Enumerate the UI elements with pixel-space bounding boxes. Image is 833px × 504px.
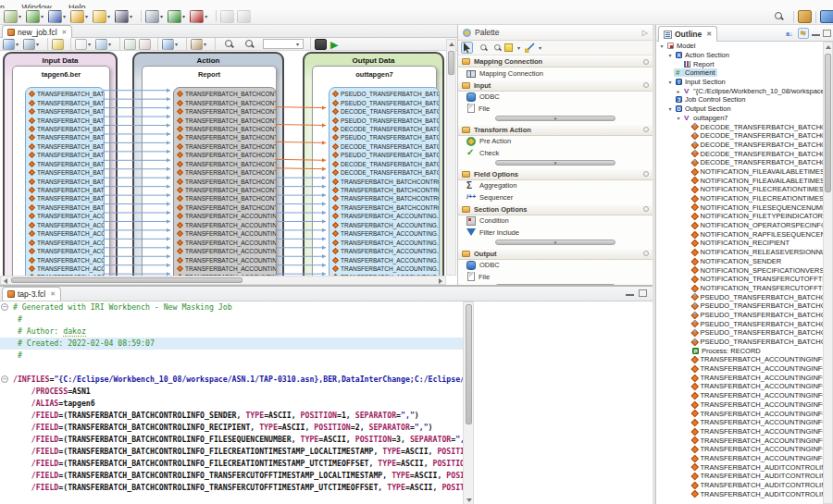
palette-item-file[interactable]: File bbox=[458, 271, 653, 283]
dropdown-caret-icon[interactable]: ▾ bbox=[85, 13, 88, 19]
tree-item[interactable]: TRANSFERBATCH_AUDITCONTROLINFO_L bbox=[656, 489, 824, 498]
tree-item[interactable]: NOTIFICATION_RELEASEVERSIONNUMBE bbox=[656, 248, 824, 257]
field-row[interactable]: TRANSFERBATCH_BATCHCONTRO... bbox=[26, 142, 104, 151]
dropdown-caret-icon[interactable]: ▾ bbox=[175, 41, 178, 47]
tree-item[interactable]: TRANSFERBATCH_ACCOUNTINGINFO_TA bbox=[656, 436, 824, 445]
dropdown-caret-icon[interactable]: ▾ bbox=[517, 44, 520, 51]
new-table-icon[interactable] bbox=[26, 10, 40, 23]
tree-item[interactable]: Report bbox=[656, 59, 824, 68]
field-row[interactable]: TRANSFERBATCH_BATCHCONTRO... bbox=[174, 142, 276, 151]
chevron-down-icon[interactable]: ▾ bbox=[666, 79, 674, 85]
scroll-down-icon[interactable] bbox=[466, 498, 472, 502]
tree-item[interactable]: NOTIFICATION_SPECIFICATIONVERSIONN bbox=[656, 265, 824, 275]
chevron-down-icon[interactable]: ▾ bbox=[675, 115, 682, 121]
field-row[interactable]: PSEUDO_TRANSFERBATCH_BATCH... bbox=[329, 116, 439, 124]
maximize-icon[interactable] bbox=[823, 30, 831, 37]
drawer-scroll-indicator[interactable]: ▾ bbox=[458, 116, 653, 122]
field-row[interactable]: TRANSFERBATCH_ACCOUNTING... bbox=[329, 247, 439, 255]
tree-item[interactable]: NOTIFICATION_RAPFILESEQUENCENUMB bbox=[656, 229, 824, 239]
code-line[interactable]: /FIELD=(TRANSFERBATCH_BATCHCONTROLINFO_S… bbox=[0, 410, 463, 422]
field-row[interactable]: TRANSFERBATCH_ACCOUNTING... bbox=[26, 247, 104, 255]
tree-item[interactable]: DECODE_TRANSFERBATCH_BATCHCONTR bbox=[656, 122, 824, 131]
open-view-icon[interactable] bbox=[798, 10, 812, 23]
code-line[interactable]: /FIELD=(TRANSFERBATCH_BATCHCONTROLINFO_T… bbox=[0, 470, 463, 482]
tree-item[interactable]: PSEUDO_TRANSFERBATCH_BATCHCONTR bbox=[656, 338, 824, 347]
scroll-thumb[interactable] bbox=[11, 277, 242, 283]
field-row[interactable]: TRANSFERBATCH_ACCOUNTING... bbox=[174, 229, 276, 238]
palette-category-mapping-connection[interactable]: Mapping Connection bbox=[458, 55, 653, 68]
tree-item[interactable]: ▾IInput Section bbox=[656, 78, 824, 87]
tree-item[interactable]: ▸V"{C:/Eclipse/Workbench_10_08/workspace… bbox=[656, 86, 824, 95]
palette-expand-icon[interactable]: ▷ bbox=[642, 29, 648, 37]
dropdown-caret-icon[interactable]: ▾ bbox=[539, 44, 541, 51]
canvas-vscrollbar[interactable] bbox=[446, 39, 456, 276]
field-row[interactable]: TRANSFERBATCH_ACCOUNTING... bbox=[329, 229, 439, 238]
drawer-pin-icon[interactable] bbox=[643, 127, 649, 132]
field-row[interactable]: TRANSFERBATCH_BATCHCONTRO... bbox=[174, 98, 276, 106]
export-image-button[interactable] bbox=[315, 39, 327, 50]
field-row[interactable]: TRANSFERBATCH_BATCHCONTRO... bbox=[329, 194, 439, 203]
field-row[interactable]: TRANSFERBATCH_BATCHCONTRO... bbox=[26, 194, 104, 203]
zoom-out-icon[interactable] bbox=[245, 40, 255, 49]
sort-icon[interactable]: a↓ bbox=[784, 28, 795, 39]
field-row[interactable]: PSEUDO_TRANSFERBATCH_BATCH... bbox=[329, 90, 439, 98]
field-row[interactable]: TRANSFERBATCH_ACCOUNTING... bbox=[26, 229, 104, 238]
dropdown-caret-icon[interactable]: ▾ bbox=[19, 13, 21, 19]
outline-vscrollbar[interactable] bbox=[823, 42, 833, 504]
tree-item[interactable]: PSEUDO_TRANSFERBATCH_BATCHCONTR bbox=[656, 292, 824, 301]
connection-draw-tool-icon[interactable] bbox=[524, 42, 536, 54]
perspective-icon[interactable] bbox=[820, 10, 833, 23]
tree-item[interactable]: NOTIFICATION_TRANSFERCUTOFFTIMEST bbox=[656, 275, 824, 284]
link-fields-icon[interactable] bbox=[52, 39, 64, 50]
close-view-icon[interactable]: ✕ bbox=[706, 31, 712, 38]
code-line[interactable]: # bbox=[0, 313, 463, 326]
dropdown-caret-icon[interactable]: ▾ bbox=[130, 13, 132, 19]
scroll-up-icon[interactable] bbox=[826, 45, 831, 49]
field-row[interactable]: TRANSFERBATCH_ACCOUNTING... bbox=[329, 255, 439, 264]
field-row[interactable]: TRANSFERBATCH_BATCHCONTRO... bbox=[26, 168, 104, 177]
tree-item[interactable]: DECODE_TRANSFERBATCH_BATCHCONTR bbox=[656, 131, 824, 141]
field-row[interactable]: TRANSFERBATCH_BATCHCONTRO... bbox=[174, 116, 276, 124]
run-job-button[interactable]: ▶ bbox=[330, 40, 338, 49]
tree-item[interactable]: TRANSFERBATCH_AUDITCONTROLINFO_C bbox=[656, 462, 824, 472]
tree-item[interactable]: ▾Model bbox=[656, 42, 824, 51]
dropdown-caret-icon[interactable]: ▾ bbox=[205, 13, 207, 19]
field-row[interactable]: PSEUDO_TRANSFERBATCH_BATCH... bbox=[329, 151, 439, 159]
tab-tap-3-fcl[interactable]: tap-3.fcl ✕ bbox=[2, 287, 61, 301]
palette-item-sequencer[interactable]: i++Sequencer bbox=[458, 191, 653, 203]
drawer-pin-icon[interactable] bbox=[643, 82, 649, 88]
field-row[interactable]: TRANSFERBATCH_BATCHCONTRO... bbox=[26, 151, 104, 159]
tree-item[interactable]: TRANSFERBATCH_ACCOUNTINGINFO_DIS bbox=[656, 391, 824, 400]
code-line[interactable] bbox=[0, 362, 463, 374]
field-row[interactable]: TRANSFERBATCH_ACCOUNTING... bbox=[329, 212, 439, 220]
dataset-box-output[interactable]: outtapgen7PSEUDO_TRANSFERBATCH_BATCH...P… bbox=[312, 66, 437, 276]
tree-item[interactable]: TRANSFERBATCH_ACCOUNTINGINFO_TA bbox=[656, 418, 824, 427]
palette-category-transform-action[interactable]: Transform Action bbox=[458, 124, 653, 136]
code-line[interactable]: /FIELD=(TRANSFERBATCH_BATCHCONTROLINFO_F… bbox=[0, 446, 463, 458]
tree-item[interactable]: PSEUDO_TRANSFERBATCH_BATCHCONTR bbox=[656, 328, 824, 338]
code-line[interactable]: # Created: 2022-02-04 08:59:07 bbox=[0, 338, 463, 350]
dataset-box-action[interactable]: ReportTRANSFERBATCH_BATCHCONTRO...TRANSF… bbox=[142, 66, 277, 276]
protect-icon[interactable] bbox=[93, 10, 106, 23]
tree-item[interactable]: NOTIFICATION_FILETYPEINDICATOR bbox=[656, 212, 824, 221]
tree-item[interactable]: NOTIFICATION_TRANSFERCUTOFFTIMEST bbox=[656, 284, 824, 293]
code-line[interactable]: /FIELD=(TRANSFERBATCH_BATCHCONTROLINFO_R… bbox=[0, 422, 463, 434]
tree-item[interactable]: TRANSFERBATCH_ACCOUNTINGINFO_LO bbox=[656, 409, 824, 418]
dropdown-caret-icon[interactable]: ▾ bbox=[36, 41, 39, 47]
code-line[interactable]: /FIELD=(TRANSFERBATCH_BATCHCONTROLINFO_F… bbox=[0, 434, 463, 446]
dropdown-caret-icon[interactable]: ▾ bbox=[107, 13, 110, 19]
tree-item[interactable]: #Comment bbox=[656, 68, 824, 78]
code-line[interactable]: # bbox=[0, 350, 463, 362]
tree-item[interactable]: NOTIFICATION_FILEAVAILABLETIMESTAM bbox=[656, 176, 824, 185]
dataset-box-input[interactable]: tapgen6.berTRANSFERBATCH_BATCHCONTRO...T… bbox=[12, 66, 110, 276]
palette-category-output[interactable]: Output bbox=[458, 248, 653, 260]
tree-item[interactable]: PSEUDO_TRANSFERBATCH_BATCHCONTR bbox=[656, 319, 824, 328]
tree-item[interactable]: DECODE_TRANSFERBATCH_BATCHCONTR bbox=[656, 149, 824, 158]
field-row[interactable]: TRANSFERBATCH_BATCHCONTRO... bbox=[174, 177, 276, 185]
field-row[interactable]: TRANSFERBATCH_BATCHCONTRO... bbox=[26, 203, 104, 212]
user-icon[interactable] bbox=[162, 39, 174, 50]
tab-outline[interactable]: Outline ✕ bbox=[658, 26, 717, 42]
new-datasource-icon[interactable] bbox=[48, 10, 62, 23]
field-row[interactable]: TRANSFERBATCH_BATCHCONTRO... bbox=[26, 90, 104, 98]
field-row[interactable]: TRANSFERBATCH_ACCOUNTING... bbox=[329, 238, 439, 246]
